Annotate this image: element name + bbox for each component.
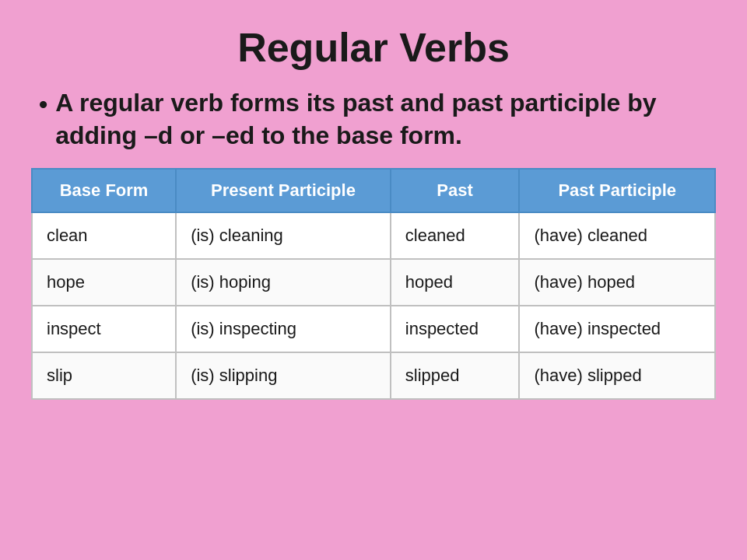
col-header-present-participle: Present Participle: [176, 169, 391, 212]
verb-table-wrapper: Base Form Present Participle Past Past P…: [31, 168, 716, 400]
table-row: inspect (is) inspecting inspected (have)…: [32, 306, 715, 352]
cell-present-hope: (is) hoping: [176, 259, 391, 306]
page-title: Regular Verbs: [31, 23, 716, 72]
cell-past-inspect: inspected: [391, 306, 520, 352]
cell-present-slip: (is) slipping: [176, 352, 391, 399]
table-header: Base Form Present Participle Past Past P…: [32, 169, 715, 212]
verb-table: Base Form Present Participle Past Past P…: [31, 168, 716, 400]
col-header-base-form: Base Form: [32, 169, 176, 212]
table-row: hope (is) hoping hoped (have) hoped: [32, 259, 715, 306]
subtitle-container: • A regular verb forms its past and past…: [31, 87, 716, 152]
cell-pastpart-hope: (have) hoped: [519, 259, 715, 306]
cell-base-slip: slip: [32, 352, 176, 399]
cell-present-inspect: (is) inspecting: [176, 306, 391, 352]
table-row: slip (is) slipping slipped (have) slippe…: [32, 352, 715, 399]
page: Regular Verbs • A regular verb forms its…: [0, 0, 747, 560]
col-header-past: Past: [391, 169, 520, 212]
cell-pastpart-clean: (have) cleaned: [519, 212, 715, 259]
table-row: clean (is) cleaning cleaned (have) clean…: [32, 212, 715, 259]
cell-present-clean: (is) cleaning: [176, 212, 391, 259]
bullet-icon: •: [39, 89, 47, 121]
cell-pastpart-slip: (have) slipped: [519, 352, 715, 399]
table-body: clean (is) cleaning cleaned (have) clean…: [32, 212, 715, 399]
cell-base-hope: hope: [32, 259, 176, 306]
subtitle-text: A regular verb forms its past and past p…: [55, 87, 716, 152]
col-header-past-participle: Past Participle: [519, 169, 715, 212]
cell-base-inspect: inspect: [32, 306, 176, 352]
header-row: Base Form Present Participle Past Past P…: [32, 169, 715, 212]
cell-base-clean: clean: [32, 212, 176, 259]
cell-past-slip: slipped: [391, 352, 520, 399]
cell-pastpart-inspect: (have) inspected: [519, 306, 715, 352]
cell-past-hope: hoped: [391, 259, 520, 306]
cell-past-clean: cleaned: [391, 212, 520, 259]
